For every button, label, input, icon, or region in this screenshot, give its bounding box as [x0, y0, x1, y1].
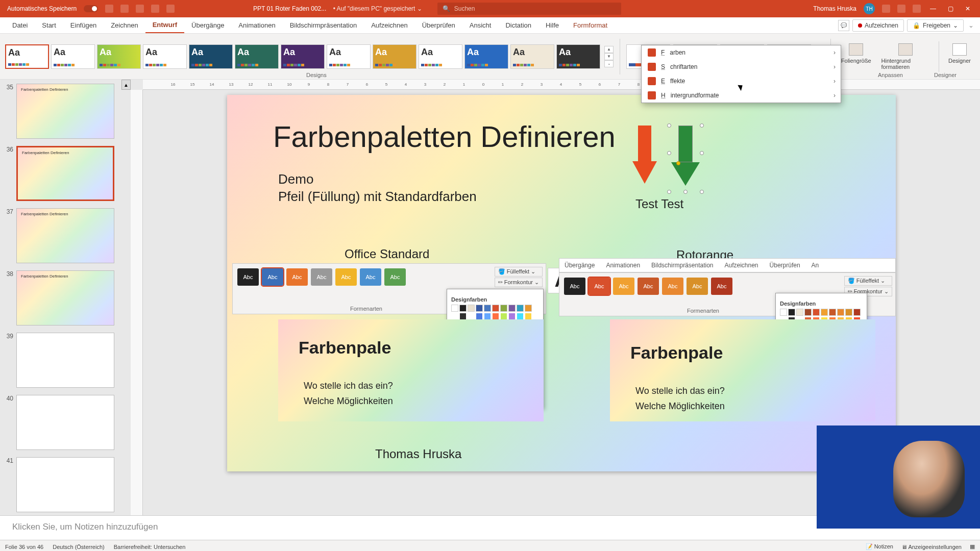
theme-2[interactable]: Aa	[97, 44, 141, 69]
variant-menu-schriftarten[interactable]: Schriftarten	[642, 60, 841, 74]
theme-4[interactable]: Aa	[189, 44, 233, 69]
thumbnail-41[interactable]	[16, 457, 114, 512]
save-icon[interactable]	[105, 5, 113, 13]
slide-size-button[interactable]: Foliengröße	[837, 41, 875, 66]
theme-10[interactable]: Aa	[464, 44, 508, 69]
theme-scroll[interactable]: ▲▼⌄	[604, 46, 614, 67]
format-background-button[interactable]: Hintergrund formatieren	[877, 41, 934, 72]
minimize-button[interactable]: —	[928, 5, 938, 12]
search-box[interactable]: 🔍 Suchen	[437, 3, 621, 15]
undo-icon[interactable]	[120, 5, 129, 13]
variant-dropdown: FarbenSchriftartenEffekteHintergrundform…	[641, 45, 841, 103]
more-icon[interactable]	[166, 5, 175, 13]
tab-übergänge[interactable]: Übergänge	[184, 17, 231, 33]
designer-group-label: Designer	[934, 72, 957, 78]
record-button[interactable]: Aufzeichnen	[852, 19, 904, 32]
comments-icon[interactable]: 💬	[838, 20, 849, 31]
tab-hilfe[interactable]: Hilfe	[538, 17, 566, 33]
maximize-button[interactable]: ▢	[945, 5, 955, 12]
slide-title[interactable]: Farbenpaletten Definieren	[273, 119, 616, 154]
slide-demo-text[interactable]: Demo	[278, 171, 313, 187]
thumbnail-35[interactable]: Farbenpaletten Definieren	[16, 84, 114, 139]
anpassen-group-label: Anpassen	[878, 72, 903, 78]
thumbnail-39[interactable]	[16, 333, 114, 388]
test-text[interactable]: Test Test	[635, 197, 683, 211]
tab-formformat[interactable]: Formformat	[566, 17, 615, 33]
theme-6[interactable]: Aa	[281, 44, 325, 69]
tab-dictation[interactable]: Dictation	[498, 17, 538, 33]
webcam-overlay	[817, 425, 980, 529]
thumbnail-38[interactable]: Farbenpaletten Definieren	[16, 270, 114, 325]
theme-11[interactable]: Aa	[510, 44, 554, 69]
designs-group-label: Designs	[306, 72, 327, 78]
office-standard-label: Office Standard	[345, 247, 429, 261]
collapse-ribbon-icon[interactable]: ⌄	[967, 21, 975, 29]
theme-12[interactable]: Aa	[556, 44, 600, 69]
slide-subtitle[interactable]: Pfeil (Füllung) mit Standardfarben	[278, 189, 477, 205]
thumb-scroll-up[interactable]: ▲	[121, 80, 131, 90]
view-normal-icon[interactable]: ▦	[970, 543, 975, 550]
thumbnail-40[interactable]	[16, 395, 114, 450]
theme-1[interactable]: Aa	[51, 44, 95, 69]
close-button[interactable]: ✕	[963, 5, 973, 12]
theme-7[interactable]: Aa	[327, 44, 371, 69]
accessibility-status[interactable]: Barrierefreiheit: Untersuchen	[114, 544, 186, 550]
statusbar: Folie 36 von 46 Deutsch (Österreich) Bar…	[0, 540, 980, 551]
theme-5[interactable]: Aa	[235, 44, 279, 69]
tab-aufzeichnen[interactable]: Aufzeichnen	[364, 17, 415, 33]
titlebar: Automatisches Speichern PPT 01 Roter Fad…	[0, 0, 980, 17]
user-name[interactable]: Thomas Hruska	[813, 5, 856, 12]
tab-ansicht[interactable]: Ansicht	[462, 17, 499, 33]
diamond-icon[interactable]	[882, 5, 890, 13]
theme-gallery: AaAaAaAaAaAaAaAaAaAaAaAaAa	[5, 44, 600, 69]
autosave-toggle[interactable]	[84, 5, 98, 12]
autosave-label: Automatisches Speichern	[7, 5, 77, 12]
menubar: DateiStartEinfügenZeichnenEntwurfÜbergän…	[0, 17, 980, 34]
embedded-tabs-rotorange: ÜbergängeAnimationenBildschirmpräsentati…	[559, 258, 896, 272]
embedded-subslide-left: Farbenpale Wo stelle ich das ein? Welche…	[278, 319, 544, 421]
designer-button[interactable]: Designer	[944, 41, 975, 66]
quick-access-toolbar: Automatisches Speichern	[0, 5, 182, 13]
user-avatar[interactable]: TH	[864, 3, 875, 14]
slide-thumbnail-panel[interactable]: ▲ 35Farbenpaletten Definieren36Farbenpal…	[0, 80, 131, 515]
slide-canvas[interactable]: Farbenpaletten Definieren Demo Pfeil (Fü…	[227, 95, 896, 471]
document-name[interactable]: PPT 01 Roter Faden 002... • Auf "diesem …	[253, 5, 422, 12]
thumbnail-36[interactable]: Farbenpaletten Definieren	[16, 146, 114, 201]
theme-0[interactable]: Aa	[5, 44, 49, 69]
author-text[interactable]: Thomas Hruska	[375, 447, 461, 461]
theme-3[interactable]: Aa	[143, 44, 187, 69]
language-status[interactable]: Deutsch (Österreich)	[53, 544, 104, 550]
variant-menu-effekte[interactable]: Effekte	[642, 74, 841, 88]
tab-entwurf[interactable]: Entwurf	[145, 17, 184, 33]
tab-start[interactable]: Start	[35, 17, 63, 33]
tab-datei[interactable]: Datei	[5, 17, 35, 33]
display-settings[interactable]: 🖥 Anzeigeeinstellungen	[901, 544, 962, 550]
slide-counter[interactable]: Folie 36 von 46	[5, 544, 43, 550]
red-arrow-shape[interactable]	[632, 126, 657, 187]
vertical-ruler	[131, 90, 143, 515]
variant-menu-farben[interactable]: Farben	[642, 45, 841, 60]
variant-menu-hintergrundformate[interactable]: Hintergrundformate	[642, 88, 841, 103]
present-icon[interactable]	[151, 5, 159, 13]
embedded-subslide-right: Farbenpale Wo stelle ich das ein? Welche…	[610, 319, 875, 421]
search-icon: 🔍	[443, 5, 450, 12]
theme-8[interactable]: Aa	[373, 44, 416, 69]
thumbnail-37[interactable]: Farbenpaletten Definieren	[16, 208, 114, 263]
green-arrow-shape[interactable]	[671, 126, 700, 192]
tab-zeichnen[interactable]: Zeichnen	[104, 17, 145, 33]
tab-überprüfen[interactable]: Überprüfen	[415, 17, 462, 33]
share-button[interactable]: 🔒Freigeben⌄	[907, 19, 964, 32]
theme-9[interactable]: Aa	[419, 44, 462, 69]
redo-icon[interactable]	[136, 5, 144, 13]
notes-toggle[interactable]: 📝 Notizen	[866, 543, 893, 550]
horizontal-ruler: 1615141312111098765432101234567891011121…	[143, 80, 980, 90]
tab-bildschirmpräsentation[interactable]: Bildschirmpräsentation	[283, 17, 364, 33]
sync-icon[interactable]	[897, 5, 905, 13]
window-icon[interactable]	[913, 5, 921, 13]
tab-einfügen[interactable]: Einfügen	[63, 17, 104, 33]
tab-animationen[interactable]: Animationen	[231, 17, 282, 33]
